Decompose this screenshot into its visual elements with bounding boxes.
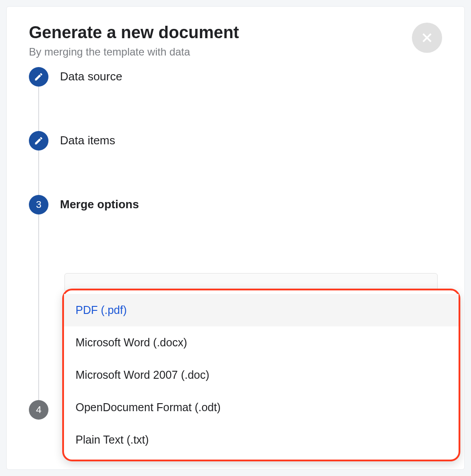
step-connector — [38, 87, 39, 131]
dropdown-option-txt[interactable]: Plain Text (.txt) — [64, 424, 459, 456]
step-connector — [38, 151, 39, 195]
generate-document-modal: Generate a new document By merging the t… — [6, 6, 465, 470]
step-label: Data items — [60, 134, 115, 147]
pencil-icon — [34, 72, 44, 82]
step-number: 3 — [36, 199, 41, 210]
dropdown-option-doc[interactable]: Microsoft Word 2007 (.doc) — [64, 359, 459, 391]
step-circle: 4 — [29, 400, 48, 420]
format-select-field[interactable] — [64, 273, 438, 291]
header-text: Generate a new document By merging the t… — [29, 23, 239, 58]
step-label: Merge options — [60, 198, 139, 211]
step-label: Data source — [60, 70, 122, 83]
dropdown-option-pdf[interactable]: PDF (.pdf) — [64, 294, 459, 326]
step-merge-options[interactable]: 3 Merge options — [29, 195, 139, 214]
modal-header: Generate a new document By merging the t… — [7, 7, 464, 67]
stepper: Data source Data items 3 Merge options 4 — [7, 67, 464, 85]
step-four[interactable]: 4 — [29, 400, 48, 420]
modal-title: Generate a new document — [29, 23, 239, 43]
step-data-items[interactable]: Data items — [29, 131, 115, 151]
close-button[interactable] — [412, 23, 442, 53]
close-icon — [420, 31, 434, 44]
modal-subtitle: By merging the template with data — [29, 46, 239, 58]
dropdown-option-docx[interactable]: Microsoft Word (.docx) — [64, 326, 459, 359]
step-connector — [38, 214, 39, 405]
dropdown-option-odt[interactable]: OpenDocument Format (.odt) — [64, 391, 459, 424]
step-circle — [29, 131, 48, 151]
pencil-icon — [34, 136, 44, 146]
format-dropdown: PDF (.pdf) Microsoft Word (.docx) Micros… — [62, 289, 460, 461]
step-data-source[interactable]: Data source — [29, 67, 122, 87]
step-circle — [29, 67, 48, 87]
step-circle: 3 — [29, 195, 48, 214]
step-number: 4 — [36, 404, 41, 416]
